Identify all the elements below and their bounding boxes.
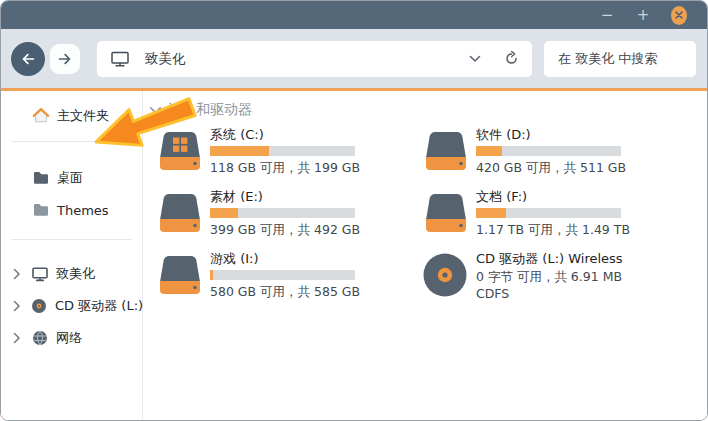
monitor-icon xyxy=(110,49,130,69)
sidebar-item-label: 网络 xyxy=(56,329,82,347)
cd-drive-icon xyxy=(422,252,470,298)
network-globe-icon xyxy=(31,329,49,347)
drive-item-e[interactable]: 素材 (E:) 399 GB 可用，共 492 GB xyxy=(156,189,422,251)
expand-chevron-icon[interactable] xyxy=(13,300,21,312)
section-header-devices[interactable]: 设备和驱动器 xyxy=(147,100,707,120)
drive-name: 素材 (E:) xyxy=(210,189,360,205)
drive-name: 游戏 (I:) xyxy=(210,251,360,267)
drive-item-cd[interactable]: CD 驱动器 (L:) Wireless 0 字节 可用，共 6.91 MB C… xyxy=(422,251,688,313)
maximize-button[interactable]: + xyxy=(625,1,661,29)
sidebar-item-cd-drive[interactable]: CD 驱动器 (L:) xyxy=(1,294,142,318)
sidebar-item-label: 致美化 xyxy=(56,265,95,283)
drive-item-i[interactable]: 游戏 (I:) 580 GB 可用，共 585 GB xyxy=(156,251,422,313)
sidebar-item-label: Themes xyxy=(57,203,109,218)
sidebar-item-this-pc[interactable]: 致美化 xyxy=(1,262,142,286)
drive-item-f[interactable]: 文档 (F:) 1.17 TB 可用，共 1.49 TB xyxy=(422,189,688,251)
drive-name: 软件 (D:) xyxy=(476,127,626,143)
capacity-text: 0 字节 可用，共 6.91 MB xyxy=(476,269,623,284)
chevron-down-icon xyxy=(469,55,481,63)
forward-arrow-icon xyxy=(56,50,74,68)
capacity-text: 1.17 TB 可用，共 1.49 TB xyxy=(476,222,630,237)
expand-chevron-icon[interactable] xyxy=(13,332,22,344)
folder-icon xyxy=(32,201,50,219)
drive-item-d[interactable]: 软件 (D:) 420 GB 可用，共 511 GB xyxy=(422,127,688,189)
expand-chevron-icon[interactable] xyxy=(13,268,22,280)
capacity-bar-fill xyxy=(210,146,269,156)
collapse-chevron-icon xyxy=(149,106,162,115)
refresh-button[interactable] xyxy=(498,46,524,72)
drive-name: CD 驱动器 (L:) Wireless xyxy=(476,251,623,267)
back-arrow-icon xyxy=(19,50,37,68)
home-icon xyxy=(32,107,50,125)
capacity-text: 420 GB 可用，共 511 GB xyxy=(476,160,626,175)
drive-icon xyxy=(156,252,204,298)
drive-icon-windows xyxy=(156,128,204,174)
search-input[interactable]: 在 致美化 中搜索 xyxy=(544,41,696,77)
refresh-icon xyxy=(503,50,520,67)
sidebar-item-themes[interactable]: Themes xyxy=(1,198,142,222)
folder-icon xyxy=(32,169,50,187)
address-bar[interactable]: 致美化 xyxy=(97,41,532,77)
capacity-bar-fill xyxy=(210,270,213,280)
sidebar-item-desktop[interactable]: 桌面 xyxy=(1,166,142,190)
capacity-text: 580 GB 可用，共 585 GB xyxy=(210,284,360,299)
sidebar-item-label: 主文件夹 xyxy=(57,107,109,125)
sidebar-item-label: CD 驱动器 (L:) xyxy=(55,297,143,315)
capacity-bar-fill xyxy=(476,146,502,156)
section-title: 设备和驱动器 xyxy=(168,101,252,119)
capacity-text: 399 GB 可用，共 492 GB xyxy=(210,222,360,237)
capacity-bar-fill xyxy=(476,208,506,218)
filesystem-label: CDFS xyxy=(476,286,623,301)
sidebar-item-network[interactable]: 网络 xyxy=(1,326,142,350)
close-icon xyxy=(671,6,687,25)
drive-icon xyxy=(422,190,470,236)
minimize-button[interactable]: − xyxy=(589,1,625,29)
sidebar-divider xyxy=(11,239,132,240)
address-location-text: 致美化 xyxy=(145,50,186,68)
capacity-bar xyxy=(476,208,621,218)
capacity-bar-fill xyxy=(210,208,238,218)
drive-icon xyxy=(156,190,204,236)
capacity-bar xyxy=(210,146,355,156)
cd-icon xyxy=(30,297,48,315)
sidebar-item-home[interactable]: 主文件夹 xyxy=(1,104,142,128)
drive-name: 系统 (C:) xyxy=(210,127,360,143)
sidebar: 主文件夹 桌面 Themes xyxy=(1,91,143,421)
back-button[interactable] xyxy=(11,42,45,76)
drive-name: 文档 (F:) xyxy=(476,189,630,205)
sidebar-divider xyxy=(11,141,132,142)
explorer-window: − + 致美化 xyxy=(0,0,708,421)
sidebar-item-label: 桌面 xyxy=(57,169,83,187)
capacity-text: 118 GB 可用，共 199 GB xyxy=(210,160,360,175)
main-panel: 设备和驱动器 xyxy=(143,91,707,421)
capacity-bar xyxy=(210,270,355,280)
close-button[interactable] xyxy=(661,1,697,29)
navigation-bar: 致美化 在 致美化 中搜索 xyxy=(1,29,707,88)
drive-item-c[interactable]: 系统 (C:) 118 GB 可用，共 199 GB xyxy=(156,127,422,189)
forward-button[interactable] xyxy=(50,44,80,74)
address-dropdown-button[interactable] xyxy=(462,46,488,72)
drive-icon xyxy=(422,128,470,174)
capacity-bar xyxy=(476,146,621,156)
capacity-bar xyxy=(210,208,355,218)
drives-grid: 系统 (C:) 118 GB 可用，共 199 GB xyxy=(156,127,707,313)
titlebar: − + xyxy=(1,1,707,29)
monitor-icon xyxy=(31,265,49,283)
